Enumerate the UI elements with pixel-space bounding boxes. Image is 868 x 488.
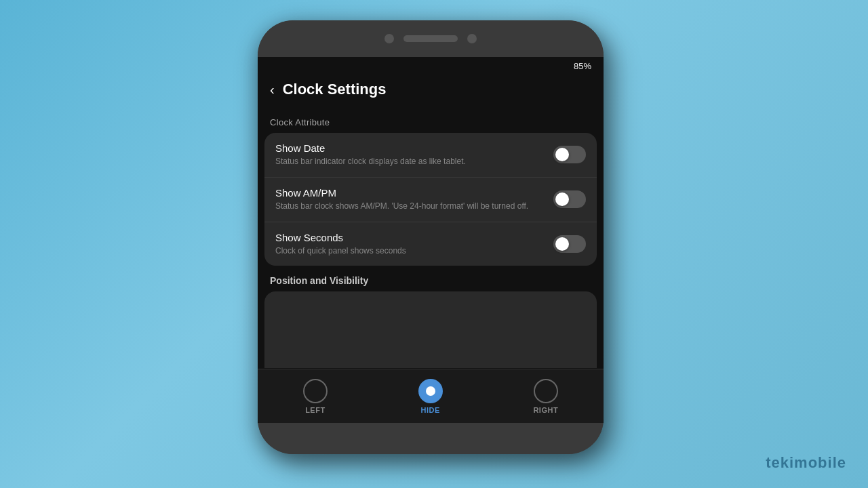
phone-body: 85% ‹ Clock Settings Clock Attribute Sho…: [258, 20, 604, 454]
show-ampm-row[interactable]: Show AM/PM Status bar clock shows AM/PM.…: [264, 178, 597, 222]
nav-label-right: RIGHT: [533, 406, 558, 414]
nav-label-left: LEFT: [305, 406, 326, 414]
back-button[interactable]: ‹: [270, 83, 275, 96]
show-date-title: Show Date: [275, 142, 547, 154]
show-seconds-title: Show Seconds: [275, 232, 547, 243]
show-date-toggle-thumb: [555, 148, 569, 161]
phone-screen: 85% ‹ Clock Settings Clock Attribute Sho…: [258, 57, 604, 423]
show-ampm-title: Show AM/PM: [275, 187, 547, 199]
watermark: tekimobile: [766, 454, 846, 472]
page-header: ‹ Clock Settings: [258, 74, 604, 110]
clock-attribute-card: Show Date Status bar indicator clock dis…: [264, 133, 597, 266]
nav-item-left[interactable]: LEFT: [303, 379, 328, 414]
bottom-bezel: [258, 423, 604, 454]
show-seconds-toggle[interactable]: [553, 235, 586, 253]
nav-item-hide[interactable]: HIDE: [418, 379, 443, 414]
clock-attribute-section-label: Clock Attribute: [258, 110, 604, 133]
show-ampm-toggle-thumb: [555, 192, 569, 206]
phone-wrapper: 85% ‹ Clock Settings Clock Attribute Sho…: [258, 20, 610, 468]
position-visibility-card: [264, 291, 597, 368]
show-ampm-toggle[interactable]: [553, 190, 586, 208]
show-date-desc: Status bar indicator clock displays date…: [275, 156, 547, 167]
nav-item-right[interactable]: RIGHT: [533, 379, 558, 414]
show-seconds-row[interactable]: Show Seconds Clock of quick panel shows …: [264, 222, 597, 266]
show-ampm-desc: Status bar clock shows AM/PM. 'Use 24-ho…: [275, 201, 547, 212]
show-date-toggle[interactable]: [553, 146, 586, 163]
nav-circle-hide: [418, 379, 443, 403]
show-ampm-toggle-track: [553, 190, 586, 208]
top-bezel: [258, 20, 604, 57]
page-title: Clock Settings: [283, 81, 387, 98]
nav-label-hide: HIDE: [420, 406, 439, 414]
bottom-navigation: LEFT HIDE RIGHT: [258, 369, 604, 423]
position-visibility-label: Position and Visibility: [258, 266, 604, 291]
show-seconds-toggle-track: [553, 235, 586, 253]
show-date-toggle-track: [553, 146, 586, 163]
show-date-row[interactable]: Show Date Status bar indicator clock dis…: [264, 133, 597, 178]
show-seconds-toggle-thumb: [555, 237, 569, 251]
show-seconds-text: Show Seconds Clock of quick panel shows …: [275, 232, 547, 257]
bezel-speaker: [403, 35, 458, 42]
watermark-brand: teki: [766, 454, 794, 471]
nav-circle-right: [534, 379, 558, 403]
watermark-brand2: mobile: [794, 454, 846, 471]
status-bar: 85%: [258, 57, 604, 74]
show-seconds-desc: Clock of quick panel shows seconds: [275, 245, 547, 257]
show-ampm-text: Show AM/PM Status bar clock shows AM/PM.…: [275, 187, 547, 212]
battery-indicator: 85%: [574, 61, 591, 71]
bezel-dot-right: [467, 34, 477, 43]
bezel-dot-left: [384, 34, 394, 43]
nav-circle-left: [303, 379, 328, 403]
show-date-text: Show Date Status bar indicator clock dis…: [275, 142, 547, 167]
